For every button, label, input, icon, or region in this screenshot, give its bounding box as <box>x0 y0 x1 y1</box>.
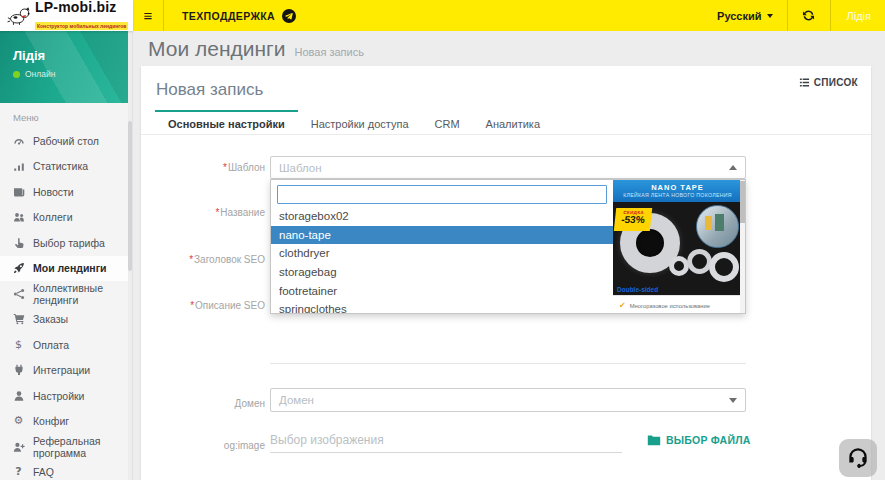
tape-piece-image <box>709 252 739 282</box>
tab-crm[interactable]: CRM <box>422 110 473 134</box>
sidebar-item-integrations[interactable]: Интеграции <box>0 358 132 384</box>
sidebar-toggle-button[interactable]: ≡ <box>133 0 163 31</box>
sidebar-user-panel: Лідія Онлайн <box>0 31 132 103</box>
sidebar-item-config[interactable]: ⚙ Конфиг <box>0 409 132 435</box>
sidebar-item-collective-landings[interactable]: Коллективные лендинги <box>0 281 132 307</box>
sidebar-scrollbar-thumb[interactable] <box>128 121 132 271</box>
chevron-down-icon <box>729 398 737 403</box>
sidebar-item-payment[interactable]: $ Оплата <box>0 332 132 358</box>
file-select-button[interactable]: ВЫБОР ФАЙЛА <box>647 434 750 446</box>
dropdown-scrollbar-thumb[interactable] <box>740 181 745 223</box>
users-icon <box>12 211 25 223</box>
required-mark: * <box>190 300 194 311</box>
sidebar-user-name: Лідія <box>13 48 132 63</box>
newspaper-icon <box>12 186 25 198</box>
og-image-input[interactable] <box>270 428 622 453</box>
topbar-user-button[interactable]: Лідія <box>831 0 885 31</box>
logo-title: LP-mobi.biz <box>35 0 128 14</box>
sidebar-scrollbar[interactable] <box>128 31 132 480</box>
dashboard-icon <box>12 135 25 147</box>
preview-title: NANO TAPE <box>613 183 742 192</box>
sidebar-item-statistics[interactable]: Статистика <box>0 154 132 180</box>
sidebar-item-dashboard[interactable]: Рабочий стол <box>0 128 132 154</box>
domain-select[interactable]: Домен <box>270 388 746 412</box>
refresh-button[interactable] <box>788 0 830 31</box>
tab-main-settings[interactable]: Основные настройки <box>155 110 298 134</box>
required-mark: * <box>223 162 227 173</box>
dropdown-scrollbar[interactable] <box>740 180 745 313</box>
sidebar-item-news[interactable]: Новости <box>0 179 132 205</box>
domain-label: Домен <box>141 398 265 409</box>
folder-icon <box>647 434 661 446</box>
user-plus-icon <box>12 441 25 453</box>
preview-subtitle: КЛЕЙКАЯ ЛЕНТА НОВОГО ПОКОЛЕНИЯ <box>613 192 742 198</box>
seo-description-label: *Описание SEO <box>141 300 265 311</box>
field-underline <box>270 363 746 364</box>
support-button[interactable]: ТЕХПОДДЕРЖКА <box>164 0 318 31</box>
template-select[interactable]: Шаблон <box>270 156 746 179</box>
dropdown-option[interactable]: storagebag <box>271 263 613 282</box>
gears-icon: ⚙ <box>12 415 25 427</box>
breadcrumb: Мои лендинги Новая запись <box>148 37 364 61</box>
sidebar-item-label: Оплата <box>33 339 69 351</box>
tape-piece-image <box>669 256 689 276</box>
domain-select-placeholder: Домен <box>279 394 729 406</box>
logo-subtitle: Конструктор мобильных лендингов <box>35 22 128 30</box>
headset-icon <box>845 445 871 471</box>
sidebar-item-my-landings[interactable]: Мои лендинги <box>0 256 132 282</box>
sidebar-item-label: Настройки <box>33 390 85 402</box>
form-card: Новая запись СПИСОК Основные настройки Н… <box>141 66 871 480</box>
dollar-icon: $ <box>12 339 25 351</box>
dropdown-option[interactable]: clothdryer <box>271 244 613 263</box>
template-select-placeholder: Шаблон <box>279 162 729 174</box>
dropdown-option-selected[interactable]: nano-tape <box>271 226 613 245</box>
required-mark: * <box>189 254 193 265</box>
preview-caption: Double-sided <box>617 286 658 293</box>
cart-icon <box>12 313 25 325</box>
sidebar-item-label: Заказы <box>33 313 68 325</box>
rocket-icon <box>12 262 25 274</box>
sidebar-item-settings[interactable]: Настройки <box>0 383 132 409</box>
preview-feature-row: ✔ Многоразовое использование <box>613 295 742 314</box>
dropdown-options-list: storagebox02 nano-tape clothdryer storag… <box>271 207 613 314</box>
sidebar-item-label: Мои лендинги <box>33 262 107 274</box>
sidebar-item-tariff[interactable]: Выбор тарифа <box>0 230 132 256</box>
template-preview-image[interactable]: NANO TAPE КЛЕЙКАЯ ЛЕНТА НОВОГО ПОКОЛЕНИЯ… <box>613 180 742 314</box>
plug-icon <box>12 364 25 376</box>
sidebar-item-label: Новости <box>33 186 74 198</box>
tab-analytics[interactable]: Аналитика <box>473 110 553 134</box>
preview-header: NANO TAPE КЛЕЙКАЯ ЛЕНТА НОВОГО ПОКОЛЕНИЯ <box>613 180 742 202</box>
refresh-icon <box>802 9 815 22</box>
list-button-label: СПИСОК <box>814 77 858 88</box>
sidebar-item-label: Статистика <box>33 160 88 172</box>
sidebar-item-referral[interactable]: Реферальная программа <box>0 434 132 460</box>
preview-product-photo: СКИДКА -53% Double-sided <box>613 202 742 295</box>
telegram-icon <box>282 9 296 23</box>
file-select-button-label: ВЫБОР ФАЙЛА <box>666 434 750 446</box>
dropdown-option[interactable]: storagebox02 <box>271 207 613 226</box>
hamburger-icon: ≡ <box>144 8 153 23</box>
sidebar-item-colleagues[interactable]: Коллеги <box>0 205 132 231</box>
seo-title-label: *Заголовок SEO <box>141 254 265 265</box>
topbar-username: Лідія <box>847 10 871 22</box>
sidebar-item-faq[interactable]: ? FAQ <box>0 460 132 480</box>
discount-badge: СКИДКА -53% <box>614 208 652 231</box>
page-subtitle: Новая запись <box>294 46 363 58</box>
preview-feature-text: Многоразовое использование <box>630 303 710 309</box>
app-logo[interactable]: LP-mobi.biz Конструктор мобильных лендин… <box>0 0 133 31</box>
list-button[interactable]: СПИСОК <box>799 77 858 88</box>
dropdown-search-input[interactable] <box>277 185 607 204</box>
dropdown-option[interactable]: footretainer <box>271 282 613 301</box>
support-chat-widget[interactable] <box>839 439 877 477</box>
hand-pointer-icon <box>12 237 25 249</box>
list-icon <box>799 77 810 88</box>
topbar: ≡ ТЕХПОДДЕРЖКА Русский Лідія <box>133 0 885 31</box>
dropdown-option[interactable]: springclothes <box>271 300 613 314</box>
tab-access-settings[interactable]: Настройки доступа <box>298 110 422 134</box>
sidebar-item-orders[interactable]: Заказы <box>0 307 132 333</box>
name-label: *Название <box>141 207 265 218</box>
sidebar-item-label: Интеграции <box>33 364 90 376</box>
language-selector[interactable]: Русский <box>703 0 786 31</box>
template-label: *Шаблон <box>141 162 265 173</box>
topbar-spacer <box>318 0 703 31</box>
